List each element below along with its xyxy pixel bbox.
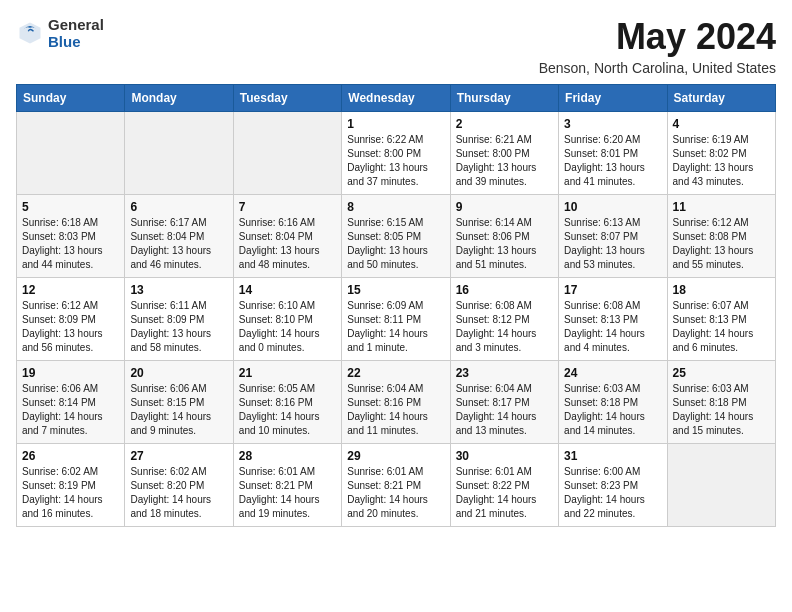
day-info: Sunrise: 6:06 AM Sunset: 8:14 PM Dayligh… — [22, 382, 119, 438]
calendar-week-row: 19Sunrise: 6:06 AM Sunset: 8:14 PM Dayli… — [17, 361, 776, 444]
day-info: Sunrise: 6:04 AM Sunset: 8:17 PM Dayligh… — [456, 382, 553, 438]
logo-text: General Blue — [48, 16, 104, 50]
day-info: Sunrise: 6:08 AM Sunset: 8:13 PM Dayligh… — [564, 299, 661, 355]
svg-marker-0 — [20, 23, 41, 44]
calendar-cell: 25Sunrise: 6:03 AM Sunset: 8:18 PM Dayli… — [667, 361, 775, 444]
day-number: 31 — [564, 449, 661, 463]
calendar-cell: 10Sunrise: 6:13 AM Sunset: 8:07 PM Dayli… — [559, 195, 667, 278]
calendar-header-sunday: Sunday — [17, 85, 125, 112]
calendar-cell: 13Sunrise: 6:11 AM Sunset: 8:09 PM Dayli… — [125, 278, 233, 361]
calendar-cell: 6Sunrise: 6:17 AM Sunset: 8:04 PM Daylig… — [125, 195, 233, 278]
calendar-cell: 24Sunrise: 6:03 AM Sunset: 8:18 PM Dayli… — [559, 361, 667, 444]
day-info: Sunrise: 6:01 AM Sunset: 8:21 PM Dayligh… — [347, 465, 444, 521]
day-info: Sunrise: 6:02 AM Sunset: 8:20 PM Dayligh… — [130, 465, 227, 521]
day-info: Sunrise: 6:04 AM Sunset: 8:16 PM Dayligh… — [347, 382, 444, 438]
calendar-header-wednesday: Wednesday — [342, 85, 450, 112]
day-info: Sunrise: 6:01 AM Sunset: 8:21 PM Dayligh… — [239, 465, 336, 521]
location: Benson, North Carolina, United States — [539, 60, 776, 76]
day-number: 14 — [239, 283, 336, 297]
calendar-cell: 16Sunrise: 6:08 AM Sunset: 8:12 PM Dayli… — [450, 278, 558, 361]
calendar-week-row: 12Sunrise: 6:12 AM Sunset: 8:09 PM Dayli… — [17, 278, 776, 361]
day-number: 1 — [347, 117, 444, 131]
day-info: Sunrise: 6:10 AM Sunset: 8:10 PM Dayligh… — [239, 299, 336, 355]
day-info: Sunrise: 6:03 AM Sunset: 8:18 PM Dayligh… — [673, 382, 770, 438]
day-number: 19 — [22, 366, 119, 380]
calendar-cell: 12Sunrise: 6:12 AM Sunset: 8:09 PM Dayli… — [17, 278, 125, 361]
calendar-table: SundayMondayTuesdayWednesdayThursdayFrid… — [16, 84, 776, 527]
calendar-cell: 2Sunrise: 6:21 AM Sunset: 8:00 PM Daylig… — [450, 112, 558, 195]
logo: General Blue — [16, 16, 104, 50]
day-info: Sunrise: 6:03 AM Sunset: 8:18 PM Dayligh… — [564, 382, 661, 438]
day-number: 13 — [130, 283, 227, 297]
calendar-header-row: SundayMondayTuesdayWednesdayThursdayFrid… — [17, 85, 776, 112]
day-info: Sunrise: 6:17 AM Sunset: 8:04 PM Dayligh… — [130, 216, 227, 272]
day-number: 15 — [347, 283, 444, 297]
calendar-cell — [125, 112, 233, 195]
calendar-cell: 27Sunrise: 6:02 AM Sunset: 8:20 PM Dayli… — [125, 444, 233, 527]
day-number: 8 — [347, 200, 444, 214]
day-number: 6 — [130, 200, 227, 214]
day-info: Sunrise: 6:12 AM Sunset: 8:08 PM Dayligh… — [673, 216, 770, 272]
calendar-week-row: 26Sunrise: 6:02 AM Sunset: 8:19 PM Dayli… — [17, 444, 776, 527]
calendar-cell: 9Sunrise: 6:14 AM Sunset: 8:06 PM Daylig… — [450, 195, 558, 278]
calendar-cell: 7Sunrise: 6:16 AM Sunset: 8:04 PM Daylig… — [233, 195, 341, 278]
day-number: 24 — [564, 366, 661, 380]
day-info: Sunrise: 6:02 AM Sunset: 8:19 PM Dayligh… — [22, 465, 119, 521]
calendar-cell — [233, 112, 341, 195]
day-info: Sunrise: 6:16 AM Sunset: 8:04 PM Dayligh… — [239, 216, 336, 272]
calendar-cell: 17Sunrise: 6:08 AM Sunset: 8:13 PM Dayli… — [559, 278, 667, 361]
day-number: 20 — [130, 366, 227, 380]
day-number: 18 — [673, 283, 770, 297]
day-info: Sunrise: 6:06 AM Sunset: 8:15 PM Dayligh… — [130, 382, 227, 438]
day-info: Sunrise: 6:12 AM Sunset: 8:09 PM Dayligh… — [22, 299, 119, 355]
day-info: Sunrise: 6:14 AM Sunset: 8:06 PM Dayligh… — [456, 216, 553, 272]
calendar-cell: 26Sunrise: 6:02 AM Sunset: 8:19 PM Dayli… — [17, 444, 125, 527]
day-number: 16 — [456, 283, 553, 297]
calendar-cell — [667, 444, 775, 527]
day-number: 17 — [564, 283, 661, 297]
month-title: May 2024 — [539, 16, 776, 58]
logo-icon — [16, 19, 44, 47]
day-info: Sunrise: 6:05 AM Sunset: 8:16 PM Dayligh… — [239, 382, 336, 438]
day-number: 3 — [564, 117, 661, 131]
calendar-cell: 23Sunrise: 6:04 AM Sunset: 8:17 PM Dayli… — [450, 361, 558, 444]
calendar-cell: 1Sunrise: 6:22 AM Sunset: 8:00 PM Daylig… — [342, 112, 450, 195]
calendar-cell: 11Sunrise: 6:12 AM Sunset: 8:08 PM Dayli… — [667, 195, 775, 278]
calendar-cell: 5Sunrise: 6:18 AM Sunset: 8:03 PM Daylig… — [17, 195, 125, 278]
day-number: 29 — [347, 449, 444, 463]
title-block: May 2024 Benson, North Carolina, United … — [539, 16, 776, 76]
calendar-cell: 4Sunrise: 6:19 AM Sunset: 8:02 PM Daylig… — [667, 112, 775, 195]
day-number: 22 — [347, 366, 444, 380]
day-number: 28 — [239, 449, 336, 463]
calendar-header-friday: Friday — [559, 85, 667, 112]
calendar-header-thursday: Thursday — [450, 85, 558, 112]
calendar-cell: 30Sunrise: 6:01 AM Sunset: 8:22 PM Dayli… — [450, 444, 558, 527]
day-number: 21 — [239, 366, 336, 380]
day-info: Sunrise: 6:00 AM Sunset: 8:23 PM Dayligh… — [564, 465, 661, 521]
day-number: 5 — [22, 200, 119, 214]
calendar-cell: 19Sunrise: 6:06 AM Sunset: 8:14 PM Dayli… — [17, 361, 125, 444]
logo-blue: Blue — [48, 33, 104, 50]
day-info: Sunrise: 6:20 AM Sunset: 8:01 PM Dayligh… — [564, 133, 661, 189]
day-info: Sunrise: 6:21 AM Sunset: 8:00 PM Dayligh… — [456, 133, 553, 189]
calendar-header-monday: Monday — [125, 85, 233, 112]
calendar-cell: 18Sunrise: 6:07 AM Sunset: 8:13 PM Dayli… — [667, 278, 775, 361]
day-number: 26 — [22, 449, 119, 463]
day-info: Sunrise: 6:09 AM Sunset: 8:11 PM Dayligh… — [347, 299, 444, 355]
day-info: Sunrise: 6:22 AM Sunset: 8:00 PM Dayligh… — [347, 133, 444, 189]
calendar-cell: 22Sunrise: 6:04 AM Sunset: 8:16 PM Dayli… — [342, 361, 450, 444]
day-info: Sunrise: 6:08 AM Sunset: 8:12 PM Dayligh… — [456, 299, 553, 355]
day-number: 2 — [456, 117, 553, 131]
day-number: 11 — [673, 200, 770, 214]
day-number: 9 — [456, 200, 553, 214]
calendar-week-row: 5Sunrise: 6:18 AM Sunset: 8:03 PM Daylig… — [17, 195, 776, 278]
day-info: Sunrise: 6:13 AM Sunset: 8:07 PM Dayligh… — [564, 216, 661, 272]
day-number: 30 — [456, 449, 553, 463]
calendar-cell: 3Sunrise: 6:20 AM Sunset: 8:01 PM Daylig… — [559, 112, 667, 195]
calendar-cell: 8Sunrise: 6:15 AM Sunset: 8:05 PM Daylig… — [342, 195, 450, 278]
day-number: 27 — [130, 449, 227, 463]
calendar-header-saturday: Saturday — [667, 85, 775, 112]
calendar-cell — [17, 112, 125, 195]
day-number: 23 — [456, 366, 553, 380]
day-info: Sunrise: 6:01 AM Sunset: 8:22 PM Dayligh… — [456, 465, 553, 521]
